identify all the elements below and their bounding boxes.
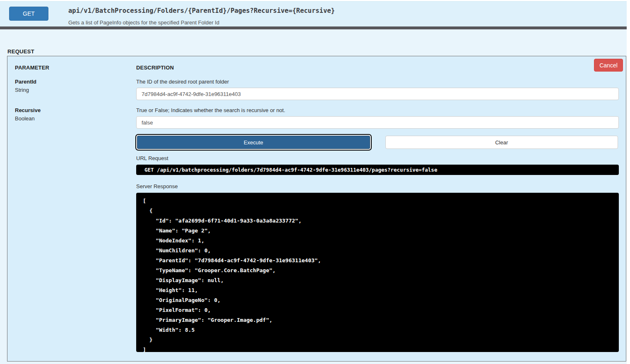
api-endpoint-page: GET api/v1/BatchProcessing/Folders/{Pare… — [0, 1, 627, 364]
clear-button-label: Clear — [495, 139, 508, 146]
parameter-name: ParentId — [15, 78, 136, 86]
http-method-button[interactable]: GET — [9, 7, 48, 21]
parameter-row-recursive: Recursive Boolean True or False; Indicat… — [15, 106, 619, 129]
parameter-column-header: PARAMETER — [15, 65, 136, 71]
endpoint-path: api/v1/BatchProcessing/Folders/{ParentId… — [68, 7, 335, 14]
parameter-info: Recursive Boolean — [15, 106, 136, 129]
parameter-name: Recursive — [15, 106, 136, 115]
parameter-table-header: PARAMETER DESCRIPTION — [15, 65, 619, 71]
execute-button-label: Execute — [244, 139, 263, 146]
request-box: PARAMETER DESCRIPTION ParentId String Th… — [7, 56, 626, 362]
header-divider-bar — [0, 26, 627, 29]
parameter-row-parentid: ParentId String The ID of the desired ro… — [15, 78, 619, 100]
url-request-label: URL Request — [136, 155, 619, 161]
description-column-header: DESCRIPTION — [136, 65, 619, 71]
http-method-label: GET — [23, 10, 35, 17]
parameter-description: True or False; Indicates whether the sea… — [136, 106, 619, 114]
endpoint-header: GET api/v1/BatchProcessing/Folders/{Pare… — [0, 1, 627, 26]
url-request-console: GET /api/v1/batchprocessing/folders/7d79… — [136, 165, 619, 175]
action-buttons: Execute Clear — [136, 135, 619, 150]
server-response-label: Server Response — [136, 183, 619, 189]
parameter-type: Boolean — [15, 115, 136, 123]
clear-button[interactable]: Clear — [385, 136, 618, 149]
cancel-button-label: Cancel — [599, 62, 618, 69]
server-response-console: [ { "Id": "afa2699d-6f71-40d1-9a33-0a3a8… — [136, 193, 619, 352]
parameter-description-cell: True or False; Indicates whether the sea… — [136, 106, 619, 129]
execute-button[interactable]: Execute — [137, 136, 370, 149]
parameter-description: The ID of the desired root parent folder — [136, 78, 619, 86]
cancel-button[interactable]: Cancel — [594, 59, 623, 72]
parentid-input[interactable] — [136, 88, 619, 100]
request-section: Cancel REQUEST PARAMETER DESCRIPTION Par… — [0, 48, 627, 362]
endpoint-summary: Gets a list of PageInfo objects for the … — [68, 19, 219, 26]
parameter-description-cell: The ID of the desired root parent folder — [136, 78, 619, 100]
request-section-label: REQUEST — [7, 48, 623, 55]
parameter-info: ParentId String — [15, 78, 136, 100]
recursive-input[interactable] — [136, 116, 619, 129]
parameter-type: String — [15, 86, 136, 94]
server-response-json: [ { "Id": "afa2699d-6f71-40d1-9a33-0a3a8… — [143, 196, 612, 352]
